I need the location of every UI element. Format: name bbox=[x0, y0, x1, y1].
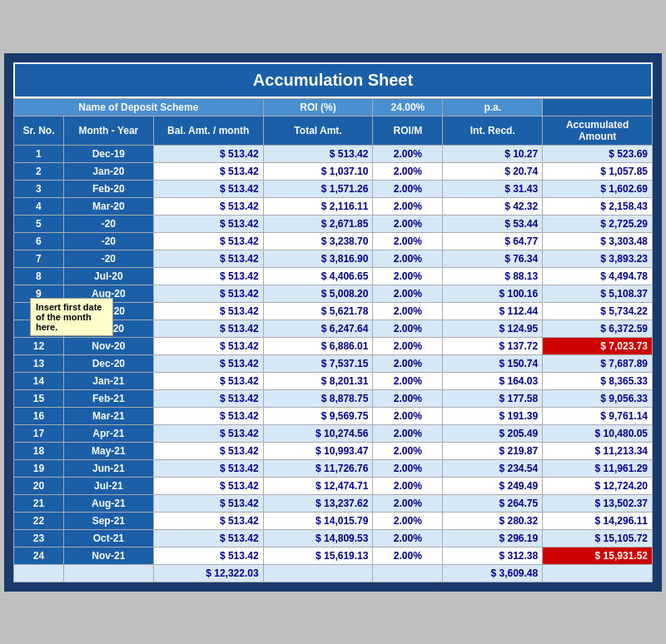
table-row: 17Apr-21$ 513.42$ 10,274.562.00%$ 205.49… bbox=[14, 424, 653, 442]
cell-int: $ 264.75 bbox=[443, 494, 543, 512]
scheme-header: Name of Deposit Scheme bbox=[14, 98, 264, 116]
cell-month: Jul-20 bbox=[63, 267, 153, 285]
cell-roim: 2.00% bbox=[373, 389, 443, 407]
cell-roim: 2.00% bbox=[373, 529, 443, 547]
cell-total: $ 4,406.65 bbox=[263, 267, 373, 285]
table-row: 6-20$ 513.42$ 3,238.702.00%$ 64.77$ 3,30… bbox=[14, 232, 653, 250]
cell-total: $ 2,671.85 bbox=[263, 215, 373, 232]
tooltip-box: Insert first date of the month here. bbox=[30, 298, 113, 336]
cell-month: Oct-21 bbox=[63, 529, 153, 547]
cell-bal: $ 513.42 bbox=[153, 285, 263, 302]
cell-int: $ 234.54 bbox=[443, 459, 543, 477]
cell-month: Nov-21 bbox=[63, 547, 153, 564]
col-month: Month - Year bbox=[63, 116, 153, 145]
cell-srno: 8 bbox=[14, 267, 64, 285]
cell-total: $ 513.42 bbox=[263, 145, 373, 162]
cell-int: $ 112.44 bbox=[443, 302, 543, 320]
cell-month: -20 bbox=[63, 232, 153, 250]
cell-srno: 24 bbox=[14, 547, 64, 564]
cell-bal: $ 513.42 bbox=[153, 354, 263, 372]
cell-int: $ 249.49 bbox=[443, 477, 543, 494]
total-empty3 bbox=[263, 564, 373, 582]
cell-month: Feb-20 bbox=[63, 180, 153, 197]
cell-acc: $ 5,734.22 bbox=[543, 302, 653, 320]
cell-bal: $ 513.42 bbox=[153, 442, 263, 459]
col-srno: Sr. No. bbox=[14, 116, 64, 145]
cell-acc: $ 11,961.29 bbox=[543, 459, 653, 477]
table-row: 2Jan-20$ 513.42$ 1,037.102.00%$ 20.74$ 1… bbox=[14, 162, 653, 180]
cell-bal: $ 513.42 bbox=[153, 180, 263, 197]
cell-month: Mar-21 bbox=[63, 407, 153, 424]
cell-srno: 2 bbox=[14, 162, 64, 180]
cell-int: $ 137.72 bbox=[443, 337, 543, 354]
cell-bal: $ 513.42 bbox=[153, 145, 263, 162]
cell-month: -20 bbox=[63, 215, 153, 232]
cell-bal: $ 513.42 bbox=[153, 407, 263, 424]
cell-total: $ 3,238.70 bbox=[263, 232, 373, 250]
cell-month: Jul-21 bbox=[63, 477, 153, 494]
cell-bal: $ 513.42 bbox=[153, 267, 263, 285]
cell-acc: $ 3,303.48 bbox=[543, 232, 653, 250]
cell-total: $ 9,569.75 bbox=[263, 407, 373, 424]
cell-total: $ 11,726.76 bbox=[263, 459, 373, 477]
cell-total: $ 14,809.53 bbox=[263, 529, 373, 547]
cell-month: Dec-19 bbox=[63, 145, 153, 162]
cell-srno: 4 bbox=[14, 197, 64, 215]
cell-roim: 2.00% bbox=[373, 442, 443, 459]
cell-int: $ 312.38 bbox=[443, 547, 543, 564]
sheet-title: Accumulation Sheet bbox=[13, 62, 653, 98]
cell-roim: 2.00% bbox=[373, 459, 443, 477]
cell-srno: 16 bbox=[14, 407, 64, 424]
pa-label-header: p.a. bbox=[443, 98, 543, 116]
cell-roim: 2.00% bbox=[373, 372, 443, 389]
cell-srno: 14 bbox=[14, 372, 64, 389]
cell-acc: $ 6,372.59 bbox=[543, 320, 653, 337]
cell-int: $ 280.32 bbox=[443, 512, 543, 529]
cell-month: Sep-21 bbox=[63, 512, 153, 529]
cell-acc: $ 15,931.52 bbox=[543, 547, 653, 564]
cell-bal: $ 513.42 bbox=[153, 232, 263, 250]
cell-acc: $ 3,893.23 bbox=[543, 250, 653, 267]
col-total: Total Amt. bbox=[263, 116, 373, 145]
cell-acc: $ 1,602.69 bbox=[543, 180, 653, 197]
cell-month: Jan-20 bbox=[63, 162, 153, 180]
cell-int: $ 191.39 bbox=[443, 407, 543, 424]
cell-int: $ 124.95 bbox=[443, 320, 543, 337]
table-row: 16Mar-21$ 513.42$ 9,569.752.00%$ 191.39$… bbox=[14, 407, 653, 424]
cell-bal: $ 513.42 bbox=[153, 512, 263, 529]
cell-bal: $ 513.42 bbox=[153, 197, 263, 215]
acc-header-top bbox=[543, 98, 653, 116]
cell-bal: $ 513.42 bbox=[153, 547, 263, 564]
table-row: 14Jan-21$ 513.42$ 8,201.312.00%$ 164.03$… bbox=[14, 372, 653, 389]
roi-label-header: ROI (%) bbox=[263, 98, 373, 116]
cell-month: Mar-20 bbox=[63, 197, 153, 215]
table-row: 5-20$ 513.42$ 2,671.852.00%$ 53.44$ 2,72… bbox=[14, 215, 653, 232]
cell-acc: $ 12,724.20 bbox=[543, 477, 653, 494]
cell-int: $ 100.16 bbox=[443, 285, 543, 302]
cell-int: $ 296.19 bbox=[443, 529, 543, 547]
cell-total: $ 8,201.31 bbox=[263, 372, 373, 389]
cell-srno: 17 bbox=[14, 424, 64, 442]
cell-month: Feb-21 bbox=[63, 389, 153, 407]
cell-srno: 23 bbox=[14, 529, 64, 547]
cell-int: $ 164.03 bbox=[443, 372, 543, 389]
cell-int: $ 150.74 bbox=[443, 354, 543, 372]
cell-roim: 2.00% bbox=[373, 162, 443, 180]
cell-total: $ 3,816.90 bbox=[263, 250, 373, 267]
total-empty2 bbox=[63, 564, 153, 582]
cell-roim: 2.00% bbox=[373, 267, 443, 285]
cell-total: $ 10,274.56 bbox=[263, 424, 373, 442]
table-row: 18May-21$ 513.42$ 10,993.472.00%$ 219.87… bbox=[14, 442, 653, 459]
table-row: 23Oct-21$ 513.42$ 14,809.532.00%$ 296.19… bbox=[14, 529, 653, 547]
cell-acc: $ 5,108.37 bbox=[543, 285, 653, 302]
cell-roim: 2.00% bbox=[373, 407, 443, 424]
cell-total: $ 14,015.79 bbox=[263, 512, 373, 529]
cell-int: $ 20.74 bbox=[443, 162, 543, 180]
cell-bal: $ 513.42 bbox=[153, 389, 263, 407]
cell-total: $ 6,886.01 bbox=[263, 337, 373, 354]
cell-bal: $ 513.42 bbox=[153, 337, 263, 354]
cell-acc: $ 7,023.73 bbox=[543, 337, 653, 354]
cell-int: $ 219.87 bbox=[443, 442, 543, 459]
col-int: Int. Recd. bbox=[443, 116, 543, 145]
table-row: 21Aug-21$ 513.42$ 13,237.622.00%$ 264.75… bbox=[14, 494, 653, 512]
